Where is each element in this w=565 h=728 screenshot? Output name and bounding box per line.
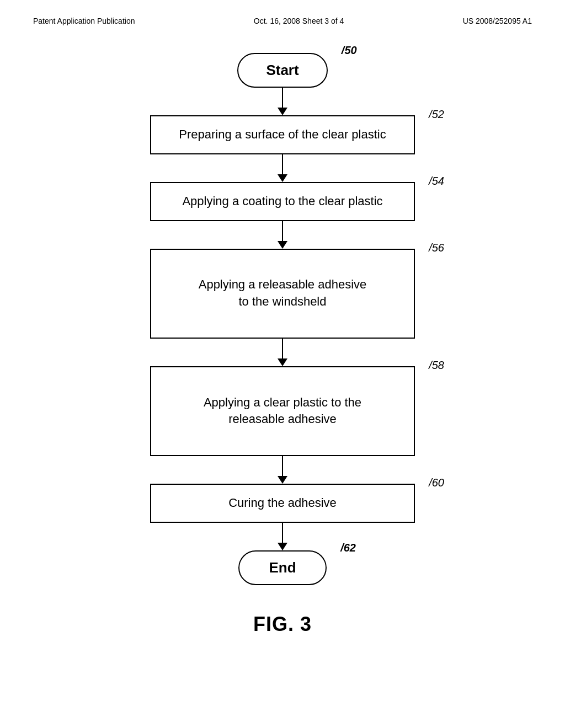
- flowchart: Start 50 Preparing a surface of the clea…: [33, 53, 532, 636]
- header-left: Patent Application Publication: [33, 17, 135, 25]
- end-step-label: 62: [340, 542, 356, 554]
- arrow-head-4: [278, 358, 287, 366]
- step60-node: Curing the adhesive 60: [150, 484, 415, 523]
- figure-caption: FIG. 3: [253, 613, 312, 636]
- step58-step-label: 58: [429, 357, 444, 373]
- step60-wrapper: Curing the adhesive 60: [150, 484, 415, 523]
- step52-step-label: 52: [429, 106, 444, 122]
- arrow-line-5: [282, 456, 284, 476]
- page: Patent Application Publication Oct. 16, …: [0, 0, 565, 728]
- step60-step-label: 60: [429, 475, 444, 490]
- arrow-3: [278, 221, 287, 249]
- arrow-5: [278, 456, 287, 484]
- end-node: End 62: [238, 550, 327, 585]
- step58-node: Applying a clear plastic to the releasab…: [150, 366, 415, 456]
- arrow-line-2: [282, 154, 284, 174]
- arrow-line-4: [282, 339, 284, 358]
- end-node-wrapper: End 62: [238, 550, 327, 585]
- arrow-2: [278, 154, 287, 182]
- start-label: Start: [266, 62, 299, 78]
- step54-step-label: 54: [429, 173, 444, 189]
- step54-node: Applying a coating to the clear plastic …: [150, 182, 415, 221]
- step56-label: Applying a releasable adhesive to the wi…: [199, 277, 367, 308]
- step58-wrapper: Applying a clear plastic to the releasab…: [150, 366, 415, 456]
- step58-label: Applying a clear plastic to the releasab…: [204, 395, 361, 426]
- arrow-line-6: [282, 523, 284, 543]
- end-label: End: [269, 559, 296, 576]
- arrow-head-2: [278, 174, 287, 182]
- step56-step-label: 56: [429, 240, 444, 255]
- step54-label: Applying a coating to the clear plastic: [182, 194, 382, 208]
- arrow-head-5: [278, 476, 287, 484]
- step56-wrapper: Applying a releasable adhesive to the wi…: [150, 249, 415, 339]
- header-right: US 2008/252095 A1: [463, 17, 532, 25]
- step52-wrapper: Preparing a surface of the clear plastic…: [150, 115, 415, 154]
- step52-label: Preparing a surface of the clear plastic: [179, 127, 386, 141]
- arrow-line-3: [282, 221, 284, 241]
- start-step-label: 50: [342, 44, 357, 57]
- arrow-line-1: [282, 88, 284, 108]
- header-center: Oct. 16, 2008 Sheet 3 of 4: [254, 17, 344, 25]
- arrow-head-1: [278, 108, 287, 115]
- arrow-1: [278, 88, 287, 115]
- arrow-6: [278, 523, 287, 550]
- arrow-4: [278, 339, 287, 366]
- start-node-wrapper: Start 50: [237, 53, 327, 88]
- step52-node: Preparing a surface of the clear plastic…: [150, 115, 415, 154]
- start-node: Start 50: [237, 53, 327, 88]
- step56-node: Applying a releasable adhesive to the wi…: [150, 249, 415, 339]
- arrow-head-3: [278, 241, 287, 249]
- page-header: Patent Application Publication Oct. 16, …: [33, 17, 532, 25]
- arrow-head-6: [278, 543, 287, 550]
- step54-wrapper: Applying a coating to the clear plastic …: [150, 182, 415, 221]
- step60-label: Curing the adhesive: [228, 496, 337, 510]
